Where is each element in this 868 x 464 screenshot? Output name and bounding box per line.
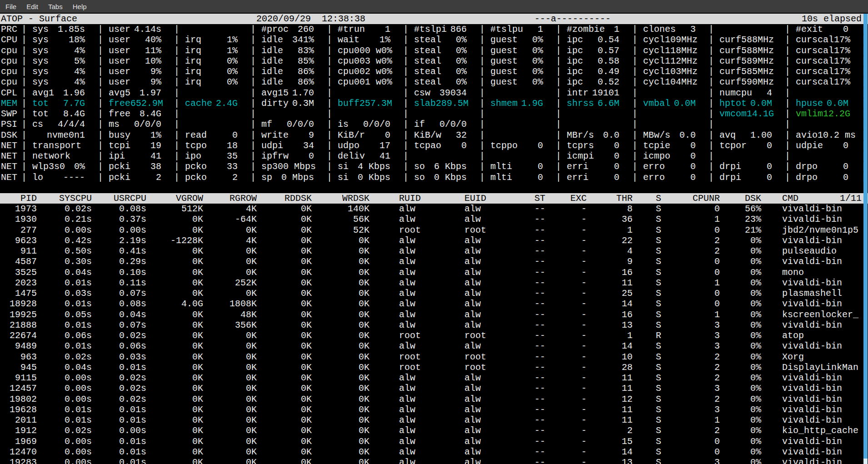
cell-wrdsk: 0K	[312, 299, 369, 309]
metric-value: 0	[767, 172, 772, 183]
separator: |	[98, 77, 103, 88]
cell-syscpu: 0.21s	[37, 214, 92, 225]
separator: |	[327, 140, 332, 151]
metric-ipfrw: ipfrw0	[261, 151, 314, 162]
cell-s: S	[633, 320, 661, 331]
cell-dsk: 0%	[720, 415, 761, 426]
cell-wrdsk: 0K	[312, 330, 369, 341]
separator: |	[327, 66, 332, 77]
separator: |	[403, 77, 409, 88]
metric-label: NET	[1, 172, 17, 183]
metric-key: MBw/s	[643, 130, 670, 141]
cell-rgrow: 0K	[203, 246, 257, 257]
metric-key: intr	[567, 88, 589, 99]
separator: |	[632, 119, 638, 130]
cell-syscpu: 0.01s	[37, 404, 92, 415]
metric-curf: curf585MHz	[719, 66, 772, 77]
metric-row-net-11: NET||||||||||||transporttcpi19tcpo18udpi…	[0, 140, 868, 151]
column-header-rddsk: RDDSK	[257, 193, 312, 204]
cell-usrcpu: 0.02s	[92, 373, 146, 384]
cell-rgrow: 0K	[203, 256, 257, 267]
metric-lo: lo----	[32, 172, 85, 183]
separator: |	[556, 24, 561, 35]
metric-value: 0.57	[598, 45, 619, 56]
metric-label: NET	[1, 161, 17, 172]
separator: |	[98, 140, 103, 151]
cell-cpunr: 0	[661, 299, 720, 309]
process-row-pid-19283: 192830.00s0.01s0K0K0K0Kalwalw---13S30%vi…	[0, 457, 868, 464]
cell-ruid: alw	[399, 404, 458, 415]
metric-key: numcpu	[719, 88, 752, 99]
metric-vmlim: vmlim12.2G	[796, 109, 848, 120]
metric-value: 0.58	[598, 56, 619, 67]
metric-key: steal	[414, 77, 441, 88]
cell-syscpu: 0.00s	[37, 383, 92, 394]
menu-edit[interactable]: Edit	[26, 3, 38, 10]
metric-numcpu: numcpu4	[719, 88, 772, 99]
cell-st: --	[514, 436, 545, 447]
menu-file[interactable]: File	[5, 3, 16, 10]
cell-cmd: vivaldi-bin	[782, 341, 864, 352]
metric-ipi: ipi41	[109, 151, 161, 162]
separator: |	[21, 35, 27, 45]
separator: |	[174, 24, 180, 35]
metric-key: user	[109, 45, 130, 56]
metric-so: so6 Kbps	[414, 161, 467, 172]
cell-rddsk: 0K	[257, 383, 312, 394]
process-row-pid-1912: 19120.02s0.00s0K0K0K0Kalwalw---2S20%kio_…	[0, 425, 868, 436]
cell-s: S	[633, 256, 661, 267]
metric-value: 118MHz	[665, 45, 698, 56]
metric-key: vmcom	[719, 109, 747, 120]
separator: |	[327, 109, 332, 120]
cell-syscpu: 0.01s	[37, 415, 92, 426]
process-row-pid-945: 9450.04s0.01s0K0K0K0Krootroot---28S20%Di…	[0, 362, 868, 373]
cell-pid: 12470	[0, 447, 37, 458]
menu-help[interactable]: Help	[73, 3, 87, 10]
cell-usrcpu: 0.01s	[92, 447, 146, 458]
metric-value: 1%	[227, 35, 238, 45]
page-title: ATOP - Surface	[1, 14, 77, 24]
cell-rddsk: 0K	[257, 246, 312, 257]
cell-rgrow: 0K	[203, 425, 257, 436]
metric-label: cpu	[1, 77, 17, 88]
metric-value: nvme0n1	[47, 130, 85, 141]
cell-pid: 1912	[0, 425, 37, 436]
separator: |	[98, 24, 103, 35]
metric-key: tcprs	[567, 140, 594, 151]
metric-ipc: ipc0.54	[567, 35, 619, 45]
metric-value: 0.54	[598, 35, 619, 45]
cell-cmd: vivaldi-bin	[782, 436, 864, 447]
cell-ruid: alw	[399, 309, 458, 320]
separator: |	[327, 45, 332, 56]
metric-key: curf	[719, 66, 741, 77]
metric-user: user9%	[109, 66, 161, 77]
metric-icmpi: icmpi0	[567, 151, 619, 162]
metric-value: 0.0M	[750, 98, 772, 109]
separator: |	[98, 56, 103, 67]
separator: |	[327, 56, 332, 67]
metric-avio: avio10.2 ms	[796, 130, 848, 141]
cell-ruid: alw	[399, 457, 458, 464]
cell-dsk: 0%	[720, 394, 761, 405]
metric-key: cpu000 w	[338, 45, 381, 56]
metric-key: guest	[490, 56, 518, 67]
metric-key: lo	[32, 172, 43, 183]
metric-tcpie: tcpie0	[643, 140, 696, 151]
metric-value: 652.9M	[130, 98, 163, 109]
metric-key: irq	[185, 66, 201, 77]
metric-so: so0 Kbps	[414, 172, 467, 183]
menu-tabs[interactable]: Tabs	[48, 3, 63, 10]
metric-curscal: curscal17%	[796, 56, 848, 67]
scrollbar[interactable]	[863, 14, 868, 464]
metric-value: 0%	[532, 45, 543, 56]
metric-cs: cs4/4/4	[32, 119, 85, 130]
metric-key: ipfrw	[261, 151, 289, 162]
cell-dsk: 21%	[720, 225, 761, 236]
metric-deliv: deliv41	[338, 151, 390, 162]
separator: |	[708, 119, 714, 130]
separator: |	[250, 98, 256, 109]
metric-curscal: curscal17%	[796, 77, 848, 88]
metric-ipo: ipo35	[185, 151, 238, 162]
separator: |	[632, 161, 638, 172]
metric-mbr-s: MBr/s0.0	[567, 130, 619, 141]
